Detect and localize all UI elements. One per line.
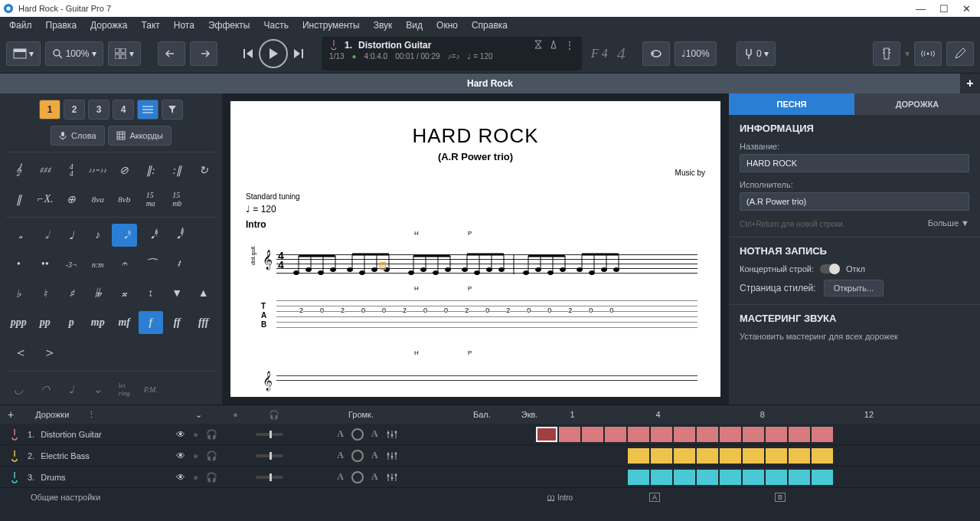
dyn-mf-button[interactable]: mf	[112, 311, 137, 334]
volume-slider[interactable]	[256, 454, 283, 457]
quarter-note-button[interactable]: ♩	[59, 224, 84, 247]
mute-button[interactable]: ●	[193, 472, 198, 483]
automation-b[interactable]: A	[371, 471, 378, 483]
volume-slider[interactable]	[256, 433, 283, 436]
bar-block[interactable]	[674, 470, 695, 485]
voice-1-button[interactable]: 1	[39, 100, 60, 120]
instrument-panel-button[interactable]	[873, 41, 900, 66]
dyn-ff-button[interactable]: ff	[165, 311, 190, 334]
whole-note-button[interactable]: 𝅝	[6, 224, 31, 247]
bar-block[interactable]	[651, 470, 672, 485]
semitone-down-button[interactable]: ▼	[165, 282, 190, 305]
ottava-up-button[interactable]: 8va	[86, 188, 111, 211]
bar-block[interactable]	[628, 427, 649, 442]
bar-block[interactable]	[743, 470, 764, 485]
menu-note[interactable]: Нота	[174, 20, 194, 31]
free-time-button[interactable]: ⊘	[112, 159, 137, 182]
automation-a[interactable]: A	[337, 471, 344, 483]
repeat-open-button[interactable]: ‖:	[139, 159, 164, 182]
solo-button[interactable]: 🎧	[206, 429, 217, 440]
eq-button[interactable]	[386, 429, 398, 440]
eighth-note-button[interactable]: ♪	[86, 224, 111, 247]
effect-button-2[interactable]: ◠	[33, 378, 58, 401]
solo-button[interactable]: 🎧	[206, 451, 217, 461]
song-name-input[interactable]	[740, 154, 969, 172]
add-tab-button[interactable]: +	[960, 74, 980, 93]
menu-view[interactable]: Вид	[406, 20, 423, 31]
bar-block[interactable]	[720, 470, 741, 485]
sixtyfourth-note-button[interactable]: 𝅘𝅥𝅱	[165, 224, 190, 247]
collapse-button[interactable]: ⌄	[195, 410, 202, 420]
ntuplet-button[interactable]: n:m	[86, 253, 111, 276]
dot-button[interactable]: •	[6, 253, 31, 276]
bar-block[interactable]	[697, 448, 718, 464]
menu-bar-item[interactable]: Такт	[141, 20, 159, 31]
chords-button[interactable]: Аккорды	[108, 126, 172, 146]
staff-system-1[interactable]: dist.guit. 𝄞 44	[246, 247, 705, 285]
track-row[interactable]: 3.Drums👁 ● 🎧 A A	[0, 467, 980, 488]
bar-block[interactable]	[559, 470, 580, 485]
bar-block[interactable]	[605, 470, 626, 485]
score-viewport[interactable]: HARD ROCK (A.R Power trio) Music by Stan…	[222, 93, 729, 405]
tie-button[interactable]: ⁀	[139, 253, 164, 276]
filter-button[interactable]	[162, 100, 183, 120]
skip-end-button[interactable]	[291, 47, 305, 61]
effect-button-4[interactable]: ⌄	[86, 378, 111, 401]
artist-input[interactable]	[740, 192, 969, 211]
staff-system-2[interactable]: 𝄞	[246, 368, 705, 405]
effect-button[interactable]: ◡	[6, 378, 31, 401]
track-row[interactable]: 1.Distortion Guitar👁 ● 🎧 A A	[0, 424, 980, 445]
bar-block[interactable]	[582, 427, 603, 442]
visibility-toggle[interactable]: 👁	[176, 472, 185, 483]
decrescendo-button[interactable]: ＞	[43, 343, 57, 362]
edit-panel-button[interactable]	[946, 41, 974, 66]
view-mode-button[interactable]: ▾	[6, 41, 41, 66]
bar-block[interactable]	[559, 427, 580, 442]
metronome-icon[interactable]	[550, 40, 557, 49]
bar-block[interactable]	[720, 448, 741, 464]
mute-button[interactable]: ●	[193, 429, 198, 440]
dyn-fff-button[interactable]: fff	[191, 311, 217, 334]
bar-block[interactable]	[651, 427, 672, 442]
double-bar-button[interactable]: ‖	[6, 188, 31, 211]
menu-file[interactable]: Файл	[9, 20, 32, 31]
track-row[interactable]: 2.Electric Bass👁 ● 🎧 A A	[0, 445, 980, 467]
crescendo-button[interactable]: ＜	[14, 343, 28, 362]
more-button[interactable]: Больше ▼	[928, 218, 969, 228]
dyn-ppp-button[interactable]: ppp	[6, 311, 31, 334]
repeat-close-button[interactable]: :‖	[165, 159, 190, 182]
bar-block[interactable]	[536, 448, 557, 464]
bar-block[interactable]	[651, 448, 672, 464]
bar-block[interactable]	[674, 448, 695, 464]
window-minimize-button[interactable]: —	[916, 3, 926, 15]
sixteenth-note-button[interactable]: 𝅘𝅥𝅯	[112, 224, 137, 247]
keysig-button[interactable]: ♯♯♯	[33, 159, 58, 182]
window-maximize-button[interactable]: ☐	[939, 3, 949, 15]
alt-ending-button[interactable]: ⌐X.	[33, 188, 58, 211]
window-close-button[interactable]: ✕	[962, 3, 971, 15]
mute-button[interactable]: ●	[193, 451, 198, 461]
fermata-button[interactable]: 𝄐	[112, 253, 137, 276]
automation-a[interactable]: A	[337, 450, 344, 461]
bar-block[interactable]	[628, 448, 649, 464]
bar-block[interactable]	[766, 448, 787, 464]
loop-speed-button[interactable]: ♩ 100%	[675, 41, 717, 66]
rest-button[interactable]: 𝄽	[165, 253, 190, 276]
add-track-button[interactable]: +	[8, 408, 14, 421]
bar-block[interactable]	[766, 427, 787, 442]
bar-block[interactable]	[536, 427, 557, 442]
voice-3-button[interactable]: 3	[88, 100, 109, 120]
semitone-up-button[interactable]: ▲	[191, 282, 217, 305]
sharp-button[interactable]: ♯	[59, 282, 84, 305]
let-ring-button[interactable]: letring	[112, 378, 137, 401]
concert-pitch-toggle[interactable]	[820, 264, 840, 274]
bar-block[interactable]	[697, 427, 718, 442]
menu-edit[interactable]: Правка	[46, 20, 77, 31]
fifteen-ma-button[interactable]: 15ma	[139, 188, 164, 211]
directions-button[interactable]: ↻	[191, 159, 217, 182]
bar-block[interactable]	[559, 448, 580, 464]
bar-block[interactable]	[628, 470, 649, 485]
layout-button[interactable]: ▾	[108, 41, 141, 66]
loop-button[interactable]	[642, 41, 670, 66]
menu-help[interactable]: Справка	[472, 20, 508, 31]
